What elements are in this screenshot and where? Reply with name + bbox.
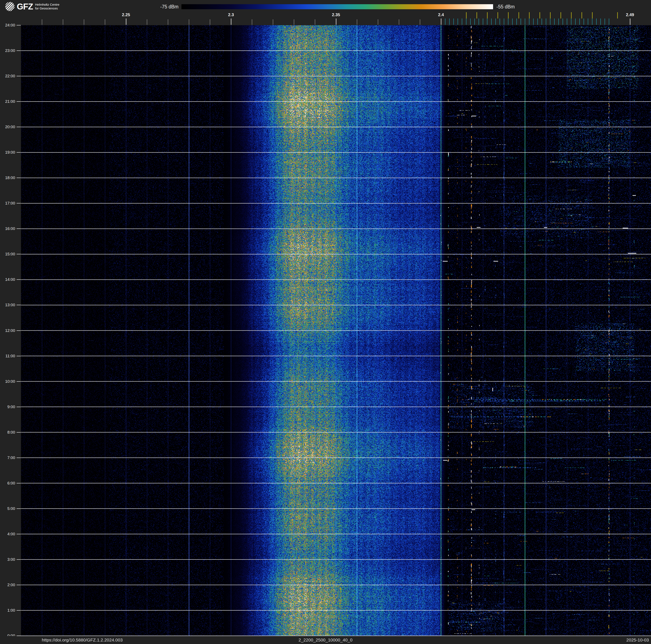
time-tick xyxy=(17,279,21,280)
footer-date: 2025-10-03 xyxy=(626,638,649,643)
ble-channel-tick xyxy=(609,19,609,25)
ble-channel-tick xyxy=(504,19,504,25)
time-label-11:00: 11:00 xyxy=(0,354,15,358)
time-tick xyxy=(17,76,21,76)
wifi-channel-tick xyxy=(466,12,467,19)
wifi-channel-tick xyxy=(476,12,477,19)
ble-channel-tick xyxy=(500,19,500,25)
freq-minor-tick xyxy=(210,19,210,25)
freq-minor-tick xyxy=(147,19,147,25)
footer-title: 2_2200_2500_10000_40_0 xyxy=(0,638,651,643)
wifi-channel-tick xyxy=(571,12,571,19)
ble-channel-tick xyxy=(546,19,546,25)
time-label-13:00: 13:00 xyxy=(0,303,15,307)
freq-minor-tick xyxy=(168,19,168,25)
freq-label-2.35: 2.35 xyxy=(327,12,345,18)
ble-channel-tick xyxy=(466,19,466,25)
freq-label-2.3: 2.3 xyxy=(222,12,241,18)
ble-channel-tick xyxy=(470,19,471,25)
freq-minor-tick xyxy=(252,19,252,25)
time-label-9:00: 9:00 xyxy=(0,405,15,409)
ble-channel-tick xyxy=(529,19,529,25)
time-tick xyxy=(17,432,21,433)
ble-channel-tick xyxy=(449,19,450,25)
ble-channel-tick xyxy=(454,19,454,25)
time-label-24:00: 24:00 xyxy=(0,23,15,28)
ble-channel-tick xyxy=(478,19,479,25)
ble-channel-tick xyxy=(596,19,597,25)
time-label-6:00: 6:00 xyxy=(0,481,15,486)
wifi-channel-tick xyxy=(582,12,582,19)
time-tick xyxy=(17,458,21,458)
freq-minor-tick xyxy=(189,19,189,25)
wifi-channel-tick xyxy=(529,12,530,19)
freq-label-2.49: 2.49 xyxy=(621,12,640,18)
time-tick xyxy=(17,178,21,178)
time-tick xyxy=(17,381,21,382)
time-tick xyxy=(17,25,21,25)
ble-channel-tick xyxy=(521,19,521,25)
freq-minor-tick xyxy=(420,19,420,25)
ble-channel-tick xyxy=(550,19,550,25)
time-tick xyxy=(17,330,21,331)
freq-minor-tick xyxy=(273,19,273,25)
ble-channel-tick xyxy=(575,19,576,25)
time-tick xyxy=(17,534,21,534)
freq-major-tick xyxy=(231,19,231,25)
time-label-22:00: 22:00 xyxy=(0,74,15,79)
time-label-10:00: 10:00 xyxy=(0,379,15,384)
ble-channel-tick xyxy=(483,19,483,25)
wifi-channel-tick xyxy=(519,12,519,19)
time-label-19:00: 19:00 xyxy=(0,150,15,155)
freq-minor-tick xyxy=(378,19,378,25)
time-label-18:00: 18:00 xyxy=(0,176,15,180)
ble-channel-tick xyxy=(474,19,475,25)
time-label-21:00: 21:00 xyxy=(0,99,15,104)
freq-minor-tick xyxy=(63,19,63,25)
wifi-channel-tick xyxy=(497,12,498,19)
ble-channel-tick xyxy=(508,19,508,25)
time-label-20:00: 20:00 xyxy=(0,125,15,129)
ble-channel-tick xyxy=(537,19,538,25)
wifi-channel-tick xyxy=(560,12,561,19)
time-label-8:00: 8:00 xyxy=(0,430,15,435)
freq-minor-tick xyxy=(42,19,42,25)
ble-channel-tick xyxy=(517,19,517,25)
time-tick xyxy=(17,483,21,484)
time-tick xyxy=(17,585,21,585)
time-label-2:00: 2:00 xyxy=(0,583,15,587)
ble-channel-tick xyxy=(491,19,492,25)
freq-minor-tick xyxy=(105,19,105,25)
ble-channel-tick xyxy=(604,19,605,25)
freq-major-tick xyxy=(126,19,126,25)
freq-minor-tick xyxy=(294,19,294,25)
ble-channel-tick xyxy=(588,19,588,25)
frequency-axis: 2.252.32.352.42.49 xyxy=(0,0,651,25)
ble-channel-tick xyxy=(458,19,458,25)
freq-minor-tick xyxy=(357,19,357,25)
freq-label-2.4: 2.4 xyxy=(432,12,451,18)
ble-channel-tick xyxy=(584,19,584,25)
wifi-channel-tick xyxy=(592,12,593,19)
ble-channel-tick xyxy=(600,19,601,25)
time-label-12:00: 12:00 xyxy=(0,328,15,333)
time-label-14:00: 14:00 xyxy=(0,277,15,282)
ble-channel-tick xyxy=(567,19,567,25)
time-tick xyxy=(17,559,21,560)
ble-channel-tick xyxy=(525,19,525,25)
freq-minor-tick xyxy=(399,19,399,25)
footer: https://doi.org/10.5880/GFZ.1.2.2024.003… xyxy=(0,636,651,644)
time-tick xyxy=(17,407,21,407)
freq-minor-tick xyxy=(315,19,315,25)
wifi-channel-tick xyxy=(550,12,551,19)
wifi-channel-tick xyxy=(617,12,618,19)
time-tick xyxy=(17,229,21,229)
time-tick xyxy=(17,51,21,51)
freq-major-tick xyxy=(630,19,630,25)
ble-channel-tick xyxy=(554,19,555,25)
ble-channel-tick xyxy=(579,19,580,25)
ble-channel-tick xyxy=(533,19,534,25)
freq-major-tick xyxy=(336,19,336,25)
time-label-3:00: 3:00 xyxy=(0,557,15,562)
ble-channel-tick xyxy=(592,19,592,25)
